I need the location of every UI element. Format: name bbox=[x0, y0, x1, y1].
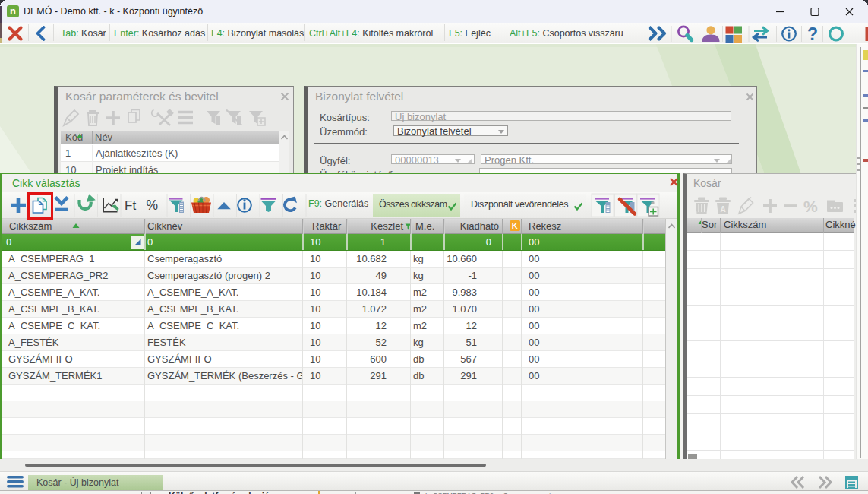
svg-text:%: % bbox=[803, 198, 818, 215]
svg-text:A: A bbox=[721, 205, 726, 214]
svg-text:Ft: Ft bbox=[125, 198, 136, 213]
svg-text:?: ? bbox=[807, 25, 818, 43]
svg-text:%: % bbox=[147, 198, 159, 213]
